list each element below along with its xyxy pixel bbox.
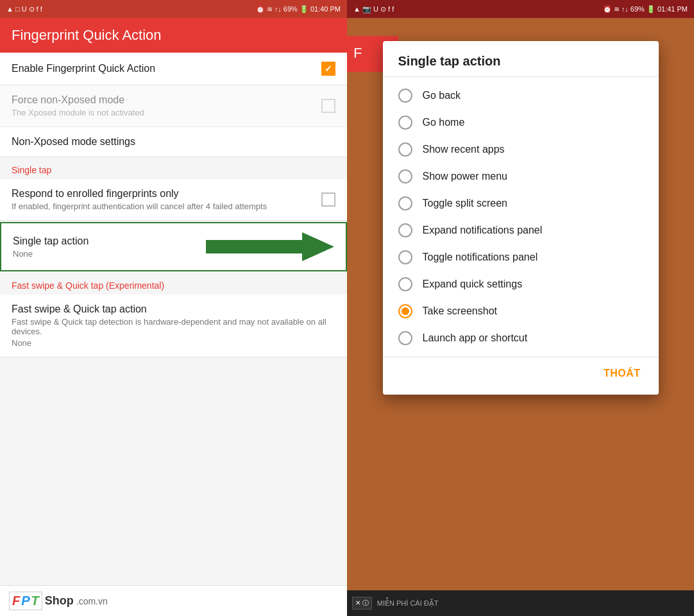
- radio-inner-take-screenshot: [402, 307, 409, 315]
- checkbox-enable-fqa[interactable]: [321, 62, 335, 76]
- option-label-take-screenshot: Take screenshot: [423, 305, 498, 317]
- arrow-container: [206, 232, 334, 261]
- radio-show-recent-apps[interactable]: [398, 142, 412, 157]
- fpt-t-letter: T: [31, 594, 39, 608]
- option-show-recent-apps[interactable]: Show recent apps: [383, 136, 659, 163]
- setting-title: Single tap action: [13, 235, 206, 247]
- option-label-toggle-split-screen: Toggle split screen: [423, 198, 508, 209]
- setting-text: Fast swipe & Quick tap action Fast swipe…: [12, 304, 335, 348]
- setting-subtitle2: None: [12, 338, 335, 348]
- setting-title: Force non-Xposed mode: [12, 94, 321, 106]
- option-take-screenshot[interactable]: Take screenshot: [383, 298, 659, 325]
- setting-title: Respond to enrolled fingerprints only: [12, 188, 321, 200]
- left-panel: ▲ □ U ⊙ f f ⏰ ≋ ↑↓ 69% 🔋 01:40 PM Finger…: [0, 0, 347, 616]
- brand-shop-text: Shop: [45, 594, 74, 608]
- setting-subtitle: Fast swipe & Quick tap detection is hard…: [12, 317, 335, 336]
- brand-logo: F P T Shop .com.vn: [9, 592, 108, 610]
- thoat-button[interactable]: THOÁT: [601, 363, 643, 384]
- status-icons-left-right: ▲ 📷 U ⊙ f f: [353, 5, 394, 13]
- fpt-box: F P T: [9, 592, 42, 610]
- right-status-bar: ▲ 📷 U ⊙ f f ⏰ ≋ ↑↓ 69% 🔋 01:41 PM: [347, 0, 694, 18]
- option-label-toggle-notifications: Toggle notifications panel: [423, 252, 538, 263]
- single-tap-action-dialog: Single tap action Go back Go home Show r…: [383, 41, 659, 395]
- ad-badge: ✕ ⓘ: [352, 597, 372, 610]
- radio-toggle-notifications[interactable]: [398, 250, 412, 264]
- right-background: F Single tap action Go back Go home: [347, 18, 694, 590]
- setting-title: Enable Fingerprint Quick Action: [12, 63, 321, 74]
- notification-icons: ▲ □ U ⊙ f f: [6, 5, 42, 13]
- setting-text: Single tap action None: [13, 235, 206, 259]
- option-launch-app[interactable]: Launch app or shortcut: [383, 325, 659, 352]
- green-arrow-icon: [206, 232, 334, 261]
- option-label-launch-app: Launch app or shortcut: [423, 332, 528, 344]
- setting-enable-fqa[interactable]: Enable Fingerprint Quick Action: [0, 53, 347, 85]
- option-expand-quick-settings[interactable]: Expand quick settings: [383, 271, 659, 298]
- app-title: Fingerprint Quick Action: [12, 27, 162, 43]
- option-label-show-recent-apps: Show recent apps: [423, 144, 505, 155]
- radio-take-screenshot[interactable]: [398, 304, 412, 318]
- option-label-go-home: Go home: [423, 117, 465, 128]
- option-toggle-split-screen[interactable]: Toggle split screen: [383, 190, 659, 217]
- settings-list[interactable]: Enable Fingerprint Quick Action Force no…: [0, 53, 347, 585]
- system-icons: ⏰ ≋ ↑↓ 69% 🔋 01:40 PM: [256, 5, 341, 13]
- fpt-p-letter: P: [21, 594, 30, 608]
- setting-text: Respond to enrolled fingerprints only If…: [12, 188, 321, 211]
- left-status-bar: ▲ □ U ⊙ f f ⏰ ≋ ↑↓ 69% 🔋 01:40 PM: [0, 0, 347, 18]
- app-header: Fingerprint Quick Action: [0, 18, 347, 53]
- checkbox-force-non-xposed: [321, 99, 335, 113]
- setting-text: Non-Xposed mode settings: [12, 136, 335, 148]
- setting-text: Force non-Xposed mode The Xposed module …: [12, 94, 321, 117]
- setting-subtitle: The Xposed module is not activated: [12, 108, 321, 117]
- option-label-expand-quick-settings: Expand quick settings: [423, 278, 523, 290]
- setting-subtitle: None: [13, 249, 206, 259]
- option-label-go-back: Go back: [423, 90, 461, 101]
- section-fast-swipe: Fast swipe & Quick tap (Experimental): [0, 273, 347, 295]
- status-icons-right: ⏰ ≋ ↑↓ 69% 🔋 01:40 PM: [256, 5, 341, 13]
- option-toggle-notifications[interactable]: Toggle notifications panel: [383, 244, 659, 271]
- right-panel: ▲ 📷 U ⊙ f f ⏰ ≋ ↑↓ 69% 🔋 01:41 PM F Sing…: [347, 0, 694, 616]
- dialog-actions: THOÁT: [383, 357, 659, 395]
- right-bottom-bar: ✕ ⓘ MIỄN PHÍ CÀI ĐẶT: [347, 590, 694, 616]
- setting-subtitle: If enabled, fingerprint authentication w…: [12, 201, 321, 211]
- option-show-power-menu[interactable]: Show power menu: [383, 163, 659, 190]
- setting-non-xposed[interactable]: Non-Xposed mode settings: [0, 127, 347, 157]
- brand-bar: F P T Shop .com.vn: [0, 585, 347, 616]
- dialog-title: Single tap action: [383, 41, 659, 77]
- dialog-options: Go back Go home Show recent apps Show po…: [383, 77, 659, 357]
- radio-expand-quick-settings[interactable]: [398, 277, 412, 291]
- right-system-icons: ⏰ ≋ ↑↓ 69% 🔋 01:41 PM: [603, 5, 688, 13]
- status-icons-left: ▲ □ U ⊙ f f: [6, 5, 42, 13]
- brand-domain-text: .com.vn: [76, 596, 108, 606]
- section-single-tap: Single tap: [0, 157, 347, 179]
- setting-fast-swipe-action[interactable]: Fast swipe & Quick tap action Fast swipe…: [0, 295, 347, 357]
- radio-expand-notifications[interactable]: [398, 223, 412, 237]
- checkbox-respond-enrolled[interactable]: [321, 193, 335, 207]
- option-expand-notifications[interactable]: Expand notifications panel: [383, 217, 659, 244]
- option-go-home[interactable]: Go home: [383, 109, 659, 136]
- setting-respond-enrolled[interactable]: Respond to enrolled fingerprints only If…: [0, 179, 347, 221]
- fpt-f-letter: F: [12, 594, 20, 608]
- setting-single-tap-action[interactable]: Single tap action None: [0, 222, 347, 271]
- status-icons-right-right: ⏰ ≋ ↑↓ 69% 🔋 01:41 PM: [603, 5, 688, 13]
- ad-text: MIỄN PHÍ CÀI ĐẶT: [377, 599, 439, 608]
- right-notification-icons: ▲ 📷 U ⊙ f f: [353, 5, 394, 13]
- option-go-back[interactable]: Go back: [383, 82, 659, 109]
- svg-marker-0: [206, 232, 334, 261]
- radio-go-home[interactable]: [398, 116, 412, 130]
- radio-launch-app[interactable]: [398, 331, 412, 345]
- setting-title: Fast swipe & Quick tap action: [12, 304, 335, 315]
- radio-go-back[interactable]: [398, 89, 412, 103]
- setting-title: Non-Xposed mode settings: [12, 136, 335, 148]
- setting-text: Enable Fingerprint Quick Action: [12, 63, 321, 74]
- radio-show-power-menu[interactable]: [398, 169, 412, 184]
- setting-force-non-xposed: Force non-Xposed mode The Xposed module …: [0, 85, 347, 127]
- option-label-expand-notifications: Expand notifications panel: [423, 225, 543, 236]
- option-label-show-power-menu: Show power menu: [423, 171, 508, 182]
- radio-toggle-split-screen[interactable]: [398, 196, 412, 210]
